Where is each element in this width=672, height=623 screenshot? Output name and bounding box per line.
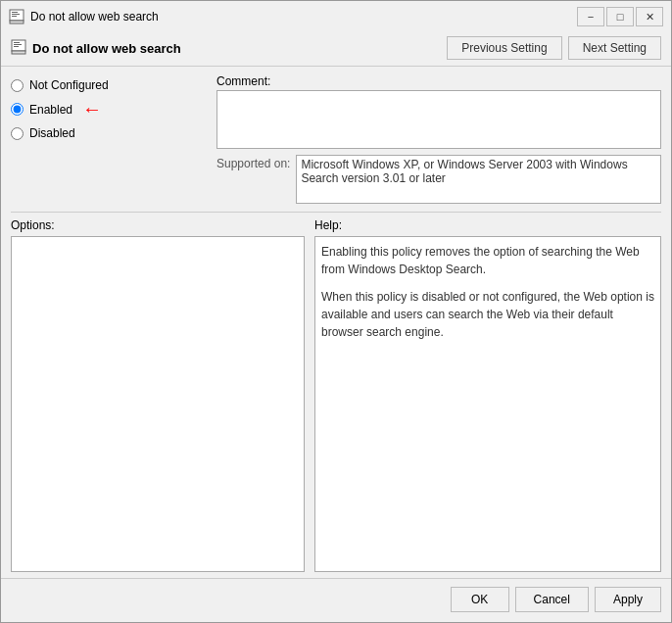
comment-label: Comment: (216, 74, 661, 88)
help-box: Enabling this policy removes the option … (314, 236, 661, 572)
options-panel: Options: (11, 218, 305, 572)
supported-section: Supported on: Microsoft Windows XP, or W… (216, 155, 661, 204)
svg-rect-7 (14, 44, 22, 45)
options-label: Options: (11, 218, 305, 232)
apply-button[interactable]: Apply (595, 587, 661, 612)
header-title: Do not allow web search (11, 39, 181, 58)
not-configured-input[interactable] (11, 79, 24, 92)
divider (11, 212, 661, 213)
disabled-label: Disabled (29, 126, 75, 140)
header-buttons: Previous Setting Next Setting (447, 36, 661, 60)
next-setting-button[interactable]: Next Setting (568, 36, 661, 60)
ok-button[interactable]: OK (451, 587, 509, 612)
not-configured-radio[interactable]: Not Configured (11, 78, 207, 92)
footer: OK Cancel Apply (1, 578, 671, 622)
header-title-text: Do not allow web search (32, 41, 181, 56)
help-label: Help: (314, 218, 661, 232)
right-panel: Comment: Supported on: Microsoft Windows… (216, 74, 661, 204)
help-paragraph-1: Enabling this policy removes the option … (321, 243, 654, 278)
previous-setting-button[interactable]: Previous Setting (447, 36, 561, 60)
header-bar: Do not allow web search Previous Setting… (1, 30, 671, 67)
comment-textarea[interactable] (216, 90, 661, 149)
svg-rect-1 (12, 12, 18, 13)
header-icon (11, 39, 26, 58)
title-controls: − □ ✕ (577, 7, 663, 26)
comment-section: Comment: (216, 74, 661, 149)
main-window: Do not allow web search − □ ✕ Do not all… (0, 0, 672, 623)
minimize-button[interactable]: − (577, 7, 604, 26)
top-section: Not Configured Enabled ← Disabled (11, 74, 661, 204)
supported-on-label: Supported on: (216, 155, 290, 170)
main-content: Not Configured Enabled ← Disabled (1, 67, 671, 572)
enabled-input[interactable] (11, 103, 24, 116)
not-configured-label: Not Configured (29, 78, 109, 92)
help-paragraph-2: When this policy is disabled or not conf… (321, 288, 654, 341)
maximize-button[interactable]: □ (606, 7, 634, 26)
svg-rect-4 (10, 21, 24, 24)
policy-icon (9, 9, 24, 24)
cancel-button[interactable]: Cancel (515, 587, 589, 612)
disabled-radio[interactable]: Disabled (11, 126, 207, 140)
enabled-arrow: ← (82, 98, 102, 120)
disabled-input[interactable] (11, 127, 24, 140)
svg-rect-0 (10, 10, 24, 21)
radio-group: Not Configured Enabled ← Disabled (11, 78, 207, 140)
enabled-radio[interactable]: Enabled ← (11, 98, 207, 120)
svg-rect-8 (14, 46, 19, 47)
svg-rect-6 (14, 42, 20, 43)
left-panel: Not Configured Enabled ← Disabled (11, 74, 207, 204)
svg-rect-3 (12, 16, 17, 17)
title-bar-left: Do not allow web search (9, 9, 159, 24)
svg-rect-2 (12, 14, 20, 15)
svg-rect-5 (12, 40, 25, 51)
title-bar: Do not allow web search − □ ✕ (1, 1, 671, 30)
svg-rect-9 (12, 51, 25, 54)
supported-on-text: Microsoft Windows XP, or Windows Server … (301, 158, 627, 185)
window-title: Do not allow web search (30, 10, 159, 24)
options-help-section: Options: Help: Enabling this policy remo… (11, 218, 661, 572)
options-box (11, 236, 305, 572)
enabled-label: Enabled (29, 103, 72, 117)
help-panel: Help: Enabling this policy removes the o… (314, 218, 661, 572)
close-button[interactable]: ✕ (636, 7, 663, 26)
supported-on-box: Microsoft Windows XP, or Windows Server … (296, 155, 661, 204)
